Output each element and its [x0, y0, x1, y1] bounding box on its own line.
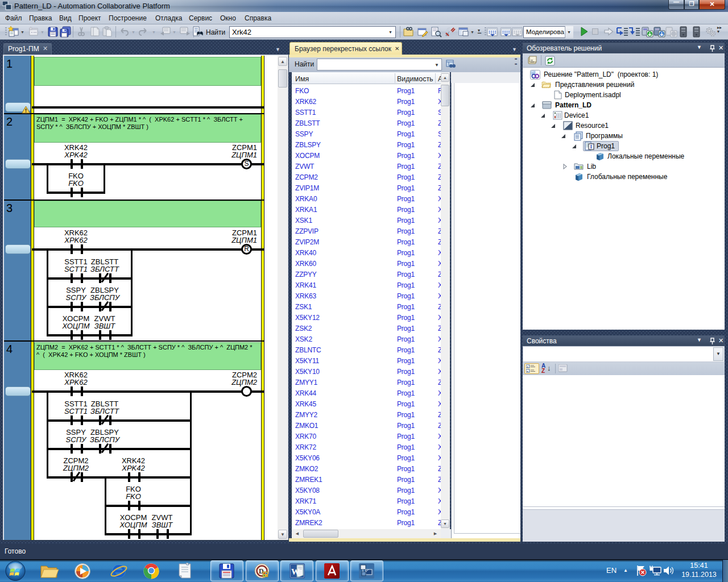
svg-text:W: W — [291, 567, 300, 576]
svg-text:+: + — [527, 369, 528, 373]
svg-text:+: + — [527, 365, 528, 368]
svg-text:I: I — [590, 144, 593, 149]
